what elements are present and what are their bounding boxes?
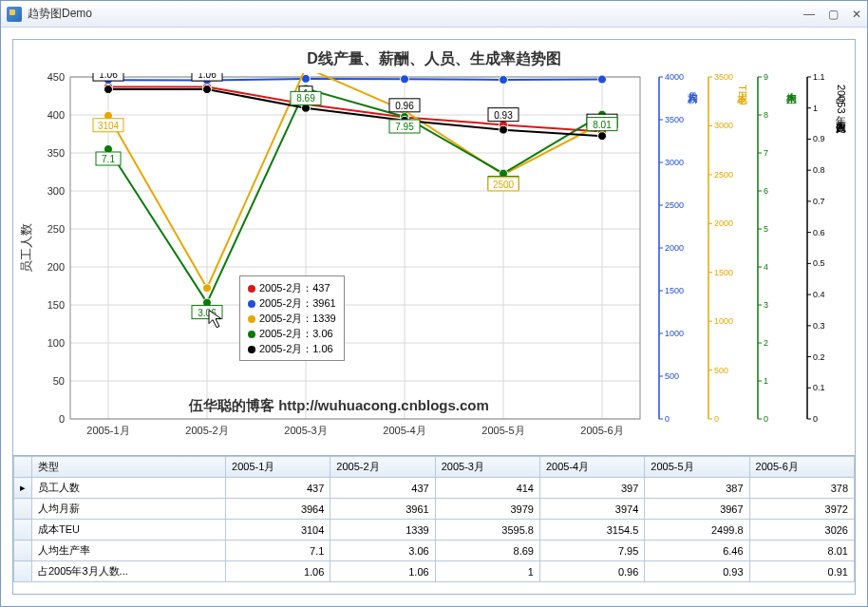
cell[interactable]: 6.46: [645, 541, 749, 561]
app-window: 趋势图Demo — ▢ ✕ D线产量、薪酬、人员、生成率趋势图 05010015…: [0, 0, 868, 607]
cell[interactable]: 3026: [749, 520, 854, 541]
cell[interactable]: 1.06: [330, 561, 435, 582]
svg-text:0: 0: [813, 414, 818, 424]
cell[interactable]: 0.91: [749, 561, 854, 582]
cell[interactable]: 7.1: [226, 541, 330, 561]
svg-text:1: 1: [813, 104, 818, 113]
cell[interactable]: 387: [645, 478, 749, 499]
svg-text:7: 7: [764, 148, 768, 158]
svg-text:150: 150: [47, 299, 65, 311]
svg-text:2: 2: [764, 338, 768, 348]
svg-point-133: [203, 284, 212, 293]
cell[interactable]: 3964: [226, 499, 330, 520]
svg-text:50: 50: [53, 375, 65, 387]
row-indicator: ▸: [14, 478, 32, 499]
cell[interactable]: 2499.8: [645, 520, 749, 541]
svg-text:3: 3: [764, 300, 768, 310]
cell[interactable]: 0.96: [539, 561, 644, 582]
svg-text:6: 6: [764, 186, 768, 196]
cell[interactable]: 8.69: [435, 541, 539, 561]
svg-text:1.1: 1.1: [813, 73, 825, 82]
cell[interactable]: 3595.8: [435, 520, 539, 541]
cell[interactable]: 437: [226, 478, 330, 499]
svg-text:5: 5: [764, 224, 768, 234]
col-0[interactable]: 2005-1月: [226, 457, 330, 478]
close-icon[interactable]: ✕: [852, 8, 861, 21]
table-row[interactable]: 人均月薪396439613979397439673972: [14, 499, 855, 520]
cell[interactable]: 3104: [226, 520, 330, 541]
titlebar[interactable]: 趋势图Demo — ▢ ✕: [1, 1, 867, 28]
svg-text:0.8: 0.8: [813, 165, 825, 175]
svg-text:占2005年3月人数比例: 占2005年3月人数比例: [836, 85, 847, 134]
row-indicator: [14, 499, 32, 520]
cell[interactable]: 1339: [330, 520, 435, 541]
svg-text:3000: 3000: [714, 121, 733, 130]
table-row[interactable]: ▸员工人数437437414397387378: [14, 478, 855, 499]
cell[interactable]: 378: [749, 478, 854, 499]
cell[interactable]: 3972: [749, 499, 854, 520]
cell[interactable]: 414: [435, 478, 539, 499]
col-1[interactable]: 2005-2月: [330, 457, 435, 478]
chart-area[interactable]: D线产量、薪酬、人员、生成率趋势图 0501001502002503003504…: [13, 40, 855, 456]
svg-text:500: 500: [714, 366, 728, 375]
svg-text:3500: 3500: [714, 73, 733, 82]
svg-text:2005-1月: 2005-1月: [86, 425, 129, 436]
table-row[interactable]: 人均生产率7.13.068.697.956.468.01: [14, 541, 855, 561]
cell[interactable]: 0.93: [645, 561, 749, 582]
svg-text:0.4: 0.4: [813, 290, 825, 299]
cell[interactable]: 3974: [539, 499, 644, 520]
maximize-icon[interactable]: ▢: [828, 8, 839, 21]
svg-text:1000: 1000: [665, 329, 684, 338]
svg-text:200: 200: [47, 261, 65, 273]
row-label: 成本TEU: [32, 520, 226, 541]
cell[interactable]: 3.06: [330, 541, 435, 561]
app-icon: [7, 7, 22, 22]
svg-text:7.1: 7.1: [102, 154, 115, 164]
cell[interactable]: 1.06: [226, 561, 330, 582]
window-title: 趋势图Demo: [28, 6, 803, 22]
svg-text:400: 400: [47, 109, 65, 121]
svg-text:人均生产率: 人均生产率: [787, 93, 799, 104]
col-type[interactable]: 类型: [32, 457, 226, 478]
table-row[interactable]: 成本TEU310413393595.83154.52499.83026: [14, 520, 855, 541]
cell[interactable]: 3154.5: [539, 520, 644, 541]
cell[interactable]: 397: [539, 478, 644, 499]
svg-text:0.6: 0.6: [813, 228, 825, 237]
cell[interactable]: 8.01: [749, 541, 854, 561]
cell[interactable]: 3961: [330, 499, 435, 520]
svg-text:成本TEU: 成本TEU: [737, 85, 748, 105]
svg-text:1500: 1500: [665, 286, 684, 295]
col-2[interactable]: 2005-3月: [435, 457, 539, 478]
cell[interactable]: 3967: [645, 499, 749, 520]
minimize-icon[interactable]: —: [803, 8, 815, 21]
svg-text:1: 1: [764, 376, 768, 386]
svg-point-148: [500, 125, 508, 134]
svg-text:2005-3月: 2005-3月: [284, 425, 327, 436]
svg-text:300: 300: [47, 185, 65, 197]
row-label: 员工人数: [32, 478, 226, 499]
svg-text:1000: 1000: [714, 316, 733, 326]
svg-text:2500: 2500: [665, 200, 684, 210]
cell[interactable]: 437: [330, 478, 435, 499]
row-indicator: [14, 561, 32, 582]
col-3[interactable]: 2005-4月: [539, 457, 644, 478]
svg-text:2000: 2000: [665, 243, 684, 253]
svg-point-130: [500, 75, 508, 84]
cell[interactable]: 1: [435, 561, 539, 582]
table-row[interactable]: 占2005年3月人数...1.061.0610.960.930.91: [14, 561, 855, 582]
svg-text:9: 9: [764, 73, 768, 82]
svg-text:3500: 3500: [665, 115, 684, 124]
cell[interactable]: 7.95: [539, 541, 644, 561]
row-indicator: [14, 520, 32, 541]
data-grid[interactable]: 类型2005-1月2005-2月2005-3月2005-4月2005-5月200…: [13, 456, 855, 594]
svg-text:2500: 2500: [493, 180, 515, 190]
grid-corner: [14, 457, 32, 478]
svg-text:0.93: 0.93: [494, 110, 513, 121]
svg-point-144: [104, 85, 113, 94]
svg-text:0.96: 0.96: [395, 101, 414, 111]
cell[interactable]: 3979: [435, 499, 539, 520]
col-4[interactable]: 2005-5月: [645, 457, 749, 478]
watermark-text: 伍华聪的博客 http://wuhuacong.cnblogs.com: [189, 397, 489, 415]
col-5[interactable]: 2005-6月: [749, 457, 854, 478]
row-label: 人均生产率: [32, 541, 226, 561]
